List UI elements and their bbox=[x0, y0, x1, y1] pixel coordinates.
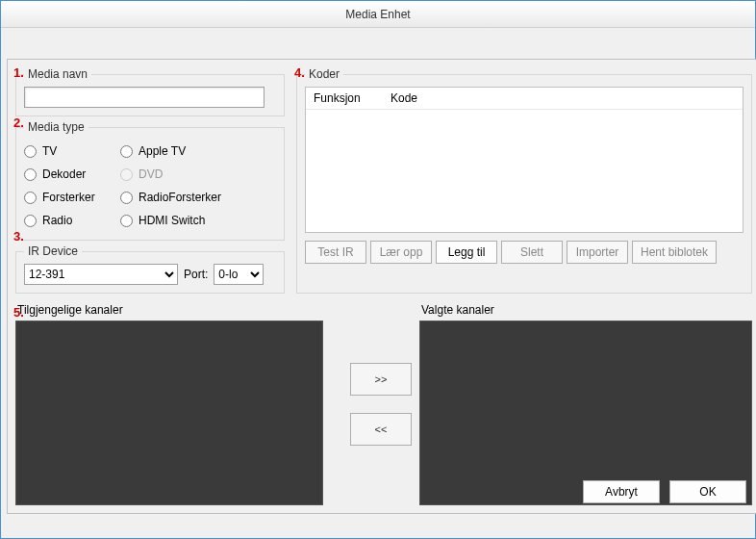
add-channel-button[interactable]: >> bbox=[350, 363, 412, 396]
koder-table-header: Funksjon Kode bbox=[306, 88, 743, 110]
koder-group: Koder Funksjon Kode Test IR Lær opp Legg… bbox=[296, 67, 752, 294]
radio-radioforsterker[interactable]: RadioForsterker bbox=[120, 190, 255, 205]
importer-button: Importer bbox=[567, 241, 628, 264]
media-navn-input[interactable] bbox=[24, 87, 265, 108]
dialog-button-row: Avbryt OK bbox=[583, 480, 746, 503]
ir-device-group: IR Device 12-391 Port: 0-lo bbox=[15, 244, 285, 294]
test-ir-button: Test IR bbox=[305, 241, 366, 264]
radio-forsterker[interactable]: Forsterker bbox=[24, 190, 120, 205]
radio-radio[interactable]: Radio bbox=[24, 213, 120, 228]
radio-apple-tv[interactable]: Apple TV bbox=[120, 143, 255, 159]
step-5-label: 5. bbox=[13, 305, 24, 320]
valgte-label: Valgte kanaler bbox=[421, 303, 752, 317]
valgte-list[interactable] bbox=[419, 321, 752, 505]
ir-device-legend: IR Device bbox=[24, 244, 82, 258]
kanaler-row: Tilgjengelige kanaler >> << Valgte kanal… bbox=[15, 303, 752, 505]
titlebar: Media Enhet bbox=[1, 1, 755, 28]
ir-device-select[interactable]: 12-391 bbox=[24, 264, 178, 285]
slett-button: Slett bbox=[501, 241, 563, 264]
legg-til-button[interactable]: Legg til bbox=[436, 241, 497, 264]
dialog-content: 1. Media navn 2. Media type TV Dekoder F… bbox=[7, 59, 756, 514]
ok-button[interactable]: OK bbox=[669, 480, 746, 503]
ir-port-select[interactable]: 0-lo bbox=[214, 264, 264, 285]
window-title: Media Enhet bbox=[345, 8, 410, 21]
step-1-label: 1. bbox=[13, 65, 24, 80]
col-kode[interactable]: Kode bbox=[391, 91, 735, 105]
radio-dvd: DVD bbox=[120, 167, 255, 182]
koder-legend: Koder bbox=[305, 67, 343, 81]
step-2-label: 2. bbox=[13, 116, 24, 130]
radio-tv[interactable]: TV bbox=[24, 143, 120, 159]
tilgjengelige-list[interactable] bbox=[15, 321, 323, 505]
avbryt-button[interactable]: Avbryt bbox=[583, 480, 660, 503]
port-label: Port: bbox=[184, 268, 208, 281]
dialog-window: Media Enhet 1. Media navn 2. Media type … bbox=[0, 0, 756, 539]
radio-hdmi-switch[interactable]: HDMI Switch bbox=[120, 213, 255, 228]
radio-dekoder[interactable]: Dekoder bbox=[24, 167, 120, 182]
step-3-label: 3. bbox=[13, 229, 24, 244]
koder-table[interactable]: Funksjon Kode bbox=[305, 87, 743, 233]
kanaler-transfer-buttons: >> << bbox=[352, 303, 410, 505]
media-type-legend: Media type bbox=[24, 120, 88, 134]
remove-channel-button[interactable]: << bbox=[350, 413, 412, 446]
step-4-label: 4. bbox=[294, 65, 305, 80]
media-navn-legend: Media navn bbox=[24, 67, 91, 81]
media-navn-group: Media navn bbox=[15, 67, 285, 116]
tilgjengelige-label: Tilgjengelige kanaler bbox=[17, 303, 342, 317]
media-type-group: Media type TV Dekoder Forsterker Radio A… bbox=[15, 120, 285, 241]
koder-button-row: Test IR Lær opp Legg til Slett Importer … bbox=[305, 241, 743, 264]
hent-biblotek-button: Hent biblotek bbox=[632, 241, 717, 264]
col-funksjon[interactable]: Funksjon bbox=[314, 91, 391, 105]
laer-opp-button: Lær opp bbox=[370, 241, 432, 264]
